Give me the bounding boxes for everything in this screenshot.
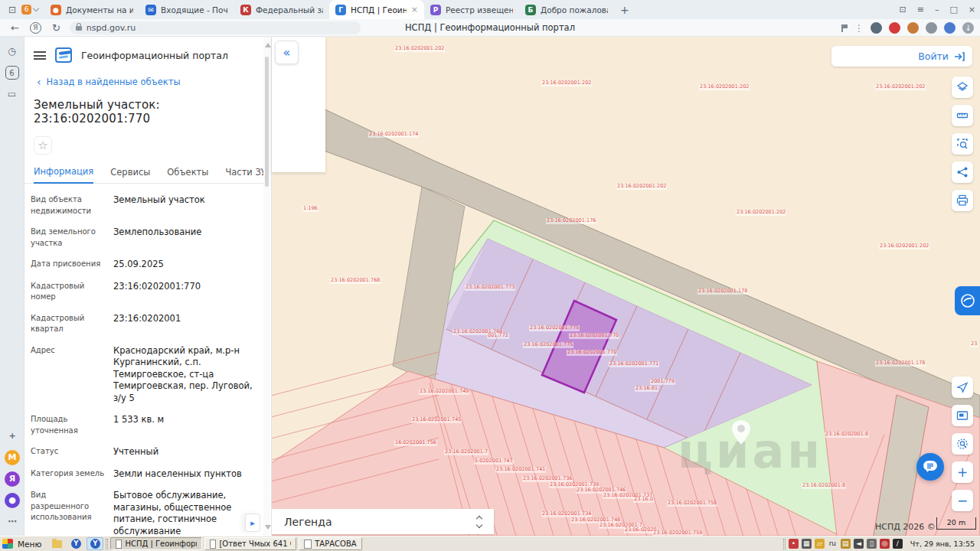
tray-icon[interactable]: ▦ (802, 539, 812, 549)
panel-tab[interactable]: Объекты (167, 167, 208, 183)
geolocation-icon[interactable] (952, 377, 973, 398)
login-button[interactable]: Войти (831, 46, 972, 67)
print-icon[interactable] (952, 190, 973, 211)
tabs-scroll-right-icon[interactable]: ▸ (245, 514, 260, 532)
reload-icon[interactable]: ↻ (52, 22, 60, 34)
menu-icon[interactable] (34, 51, 46, 60)
yandex-icon: Y (71, 539, 81, 549)
results-subpanel: « (272, 37, 325, 172)
tray-icon[interactable]: ru (828, 539, 838, 549)
start-menu-icon[interactable] (2, 539, 13, 549)
collapse-panel-button[interactable]: « (275, 41, 299, 64)
yandex-badge-icon[interactable]: Я (30, 22, 41, 34)
browser-tab[interactable]: К Федеральный закон от 2 × (234, 0, 329, 19)
attribute-row: Вид земельного участка Землепользование (31, 227, 260, 249)
area-search-icon[interactable] (952, 133, 973, 155)
bookmark-flag-icon[interactable] (841, 24, 848, 32)
taskbar-clock[interactable]: Чт, 29 янв, 13:55 (910, 540, 975, 548)
rail-app-icon[interactable]: ● (5, 493, 20, 508)
favorite-star-icon[interactable]: ☆ (34, 136, 52, 155)
extension-icon[interactable] (871, 22, 882, 34)
taskbar-window-button[interactable]: [Ответ Чмых 641 СЗЗ... (204, 537, 296, 550)
legend-expand-icon[interactable] (477, 517, 482, 527)
window-icon (304, 540, 312, 549)
overview-map-icon[interactable] (952, 405, 973, 426)
tab-menu-icon[interactable]: ⋮ (854, 23, 864, 34)
zoom-out-button[interactable]: − (952, 490, 973, 511)
scroll-thumb[interactable] (265, 57, 269, 187)
extension-icon[interactable] (944, 22, 956, 34)
rail-app-icon[interactable]: ⋯ (5, 514, 20, 530)
back-icon[interactable]: ← (11, 22, 19, 34)
window-control-icon[interactable]: □ (949, 5, 957, 15)
attribute-row: Дата присвоения 25.09.2025 (31, 259, 260, 271)
lock-icon (76, 26, 82, 31)
attribute-row: Площадь уточненная 1 533 кв. м (31, 414, 260, 436)
folder-icon (52, 540, 62, 548)
rail-app-icon[interactable]: Я (5, 471, 20, 487)
attribute-row: Кадастровый квартал 23:16:0202001 (31, 313, 260, 335)
tray-grip (783, 539, 786, 549)
tab-stack-icon[interactable]: ⊡ (5, 5, 20, 15)
tray-icon[interactable]: ▱ (815, 539, 825, 549)
attribute-row: Адрес Краснодарский край, м.р-н Курганин… (31, 345, 260, 405)
watermark-pin-icon (731, 419, 751, 445)
tray-icon[interactable]: ◎ (880, 539, 890, 549)
quicklaunch-folder[interactable] (48, 537, 65, 550)
yandex-icon: Y (90, 539, 100, 549)
back-to-results-link[interactable]: ‹ Назад в найденные объекты (24, 63, 271, 87)
legend-bar[interactable]: Легенда (272, 509, 494, 534)
coordinate-search-icon[interactable] (952, 433, 973, 455)
rail-app-icon[interactable]: + (5, 429, 20, 444)
rail-icon[interactable]: 6 (5, 66, 19, 80)
rail-icon[interactable]: ▭ (5, 86, 20, 102)
tab-favicon: Б (525, 5, 536, 15)
rail-icon[interactable]: ◷ (5, 44, 20, 59)
quicklaunch-yandex-active[interactable]: Y (87, 537, 103, 550)
panel-tab[interactable]: Информация (34, 166, 93, 184)
browser-tab[interactable]: ● Документы на исполнени × (44, 0, 139, 19)
window-control-icon[interactable]: × (969, 5, 975, 15)
extension-icon[interactable] (889, 22, 900, 34)
panel-tab[interactable]: Сервисы (110, 167, 150, 183)
tray-icon[interactable]: ▤ (841, 539, 851, 549)
scroll-up-icon[interactable] (265, 43, 271, 47)
tab-group-chip[interactable]: 6 (21, 5, 38, 15)
tray-icon[interactable]: ∕ (893, 539, 903, 549)
share-icon[interactable] (952, 161, 973, 183)
extension-icon[interactable] (907, 22, 919, 34)
tab-favicon: ● (51, 5, 61, 15)
tray-icon[interactable]: ◄ (854, 539, 864, 549)
browser-tab[interactable]: Б Добро пожаловать - Кур × (519, 0, 614, 19)
new-tab-button[interactable]: + (620, 4, 629, 16)
support-widget-dock[interactable] (955, 286, 980, 315)
object-info-panel: Геоинформационный портал ‹ Назад в найде… (24, 37, 272, 536)
layers-icon[interactable] (952, 77, 973, 98)
panel-scrollbar[interactable] (263, 37, 270, 536)
start-menu-label[interactable]: Меню (18, 540, 41, 549)
browser-tab[interactable]: Г НСПД | Геоинформаци × (329, 0, 424, 19)
zoom-in-button[interactable]: + (952, 461, 973, 483)
extension-icon[interactable] (926, 22, 937, 34)
chat-button[interactable] (916, 453, 944, 481)
window-control-icon[interactable]: ⊡ (899, 5, 906, 15)
extension-icon[interactable]: ↓ (962, 22, 974, 34)
tray-icon[interactable]: ▯ (867, 539, 877, 549)
cadastral-map[interactable]: циан Войти + − (272, 37, 980, 536)
panel-tab[interactable]: Части ЗУ (225, 167, 266, 183)
taskbar-window-button[interactable]: НСПД | Геоинформац... (110, 537, 202, 550)
ruler-icon[interactable] (952, 105, 973, 126)
scroll-down-icon[interactable] (265, 525, 271, 530)
taskbar-grip (106, 539, 108, 549)
browser-tab[interactable]: ✉ Входящие - Почта Mail × (139, 0, 234, 19)
map-canvas (272, 37, 980, 536)
close-tab-icon[interactable]: × (411, 5, 418, 15)
browser-tab[interactable]: Р Реестр извещений × (424, 0, 519, 19)
tray-icon[interactable]: • (789, 539, 799, 549)
taskbar-window-button[interactable]: ТАРАСОВА (299, 537, 361, 550)
quicklaunch-yandex[interactable]: Y (67, 537, 84, 550)
window-control-icon[interactable]: ≡ (917, 5, 924, 15)
taskbar: Меню Y Y НСПД | Геоинформац... [Ответ Чм… (0, 536, 980, 551)
rail-app-icon[interactable]: M (5, 450, 20, 465)
window-control-icon[interactable]: – (935, 5, 939, 15)
